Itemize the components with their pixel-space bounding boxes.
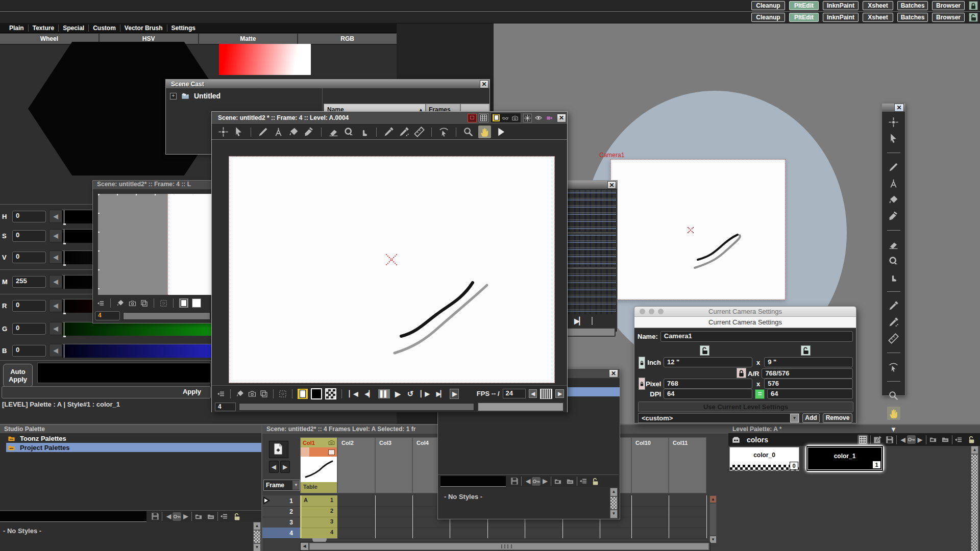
save-as-icon[interactable] [873, 435, 882, 444]
palette-lock-icon[interactable] [232, 512, 241, 521]
blank-view-toggle[interactable] [311, 388, 322, 399]
room-button-batches[interactable]: Batches [897, 1, 928, 10]
r-value-field[interactable]: 0 [12, 300, 46, 312]
palette-lock-icon[interactable] [591, 477, 600, 486]
define-subcamera-icon[interactable] [116, 299, 125, 307]
window-close-circle[interactable] [640, 309, 645, 314]
paintbrush-tool-icon[interactable] [888, 211, 899, 221]
control-point-tool-icon[interactable] [438, 127, 449, 137]
s-decrement-button[interactable]: ◀ [49, 229, 62, 242]
safe-area-icon[interactable] [468, 114, 477, 122]
cell-a2[interactable]: 2 [302, 506, 337, 517]
remove-preset-button[interactable]: Remove [823, 413, 852, 423]
style-name-field[interactable] [0, 511, 146, 522]
menu-icon[interactable] [217, 390, 225, 398]
selection-tool-icon[interactable] [233, 127, 244, 137]
secondary-viewer-workarea[interactable] [98, 194, 211, 295]
swatch-color1-selected[interactable]: color_1 1 [805, 445, 884, 472]
geometric-tool-icon[interactable] [273, 127, 284, 137]
preset-dropdown[interactable]: <custom> ▼ [638, 413, 799, 423]
save-icon[interactable] [885, 435, 894, 444]
room-button-browser[interactable]: Browser [932, 1, 965, 10]
col1-visibility-cell[interactable] [309, 447, 337, 457]
checker-view-toggle[interactable] [325, 388, 336, 399]
last-frame-button[interactable]: ▶▏ [434, 389, 447, 398]
col11-header[interactable]: Col11 [669, 437, 706, 493]
room2-button-cleanup[interactable]: Cleanup [751, 13, 785, 22]
col1-header[interactable]: Col1 Table [300, 437, 337, 493]
lock-ar-icon[interactable] [737, 368, 746, 378]
v-value-field[interactable]: 0 [12, 252, 46, 263]
pixel-width-field[interactable]: 768 [664, 379, 752, 389]
control-point-tool-icon[interactable] [888, 362, 899, 372]
console-text-area[interactable] [565, 190, 616, 232]
xsheet-hscrollbar[interactable]: ◀ [300, 542, 710, 551]
save-palette-icon[interactable] [510, 477, 519, 486]
room-button-xsheet[interactable]: Xsheet [863, 1, 893, 10]
new-style-icon[interactable] [206, 513, 215, 520]
console-slider[interactable] [566, 328, 616, 337]
inch-height-field[interactable]: 9 " [764, 357, 853, 367]
camstand-canvas[interactable] [610, 159, 786, 300]
b-value-field[interactable]: 0 [12, 345, 46, 357]
3d-view-icon[interactable] [501, 115, 509, 121]
freeze-icon[interactable] [523, 114, 532, 122]
brush-tool-icon[interactable] [888, 162, 899, 172]
v-decrement-button[interactable]: ◀ [49, 251, 62, 264]
floating-palette-scrollbar[interactable]: ▲ ▼ [610, 488, 618, 517]
window-zoom-circle[interactable] [658, 309, 664, 314]
hscroll-left-arrow[interactable]: ◀ [301, 543, 308, 550]
tree-item-project-palettes[interactable]: Project Palettes [6, 443, 261, 452]
secondary-viewer-titlebar[interactable]: Scene: untitled2* :: Frame: 4 :: L [93, 181, 212, 189]
preview-eye-icon[interactable] [534, 114, 543, 121]
lock-width-icon[interactable] [700, 345, 709, 356]
new-style-icon[interactable] [566, 478, 575, 485]
selection-tool-icon[interactable] [888, 133, 899, 144]
room-button-inknpaint[interactable]: InknPaint [823, 1, 859, 10]
field-grid-icon[interactable] [479, 113, 488, 122]
new-style-icon[interactable] [941, 436, 950, 443]
dpi-equal-button[interactable]: = [755, 389, 765, 399]
define-subcamera-icon[interactable] [236, 389, 244, 398]
fps-slider-left[interactable]: ◀ [529, 389, 537, 398]
s-value-field[interactable]: 0 [12, 230, 46, 242]
room2-button-inknpaint[interactable]: InknPaint [823, 13, 859, 22]
camstand-view-toggle[interactable] [179, 298, 188, 308]
dpi-x-field[interactable]: 64 [664, 389, 752, 399]
zoom-tool-icon[interactable] [888, 390, 899, 401]
inch-width-field[interactable]: 12 " [664, 357, 752, 367]
xsheet-vscrollbar[interactable]: ▲ ▼ [709, 495, 717, 551]
col1-camera-icon[interactable] [328, 439, 335, 446]
new-page-icon[interactable] [553, 478, 562, 485]
main-viewer-titlebar[interactable]: Scene: untitled2 * :: Frame: 4 :: Level:… [212, 112, 567, 124]
mode-rgb[interactable]: RGB [298, 34, 397, 45]
frame-range-slider[interactable] [239, 403, 474, 411]
hscroll-thumb[interactable] [309, 543, 709, 550]
next-key-icon[interactable]: ▶ [181, 512, 189, 521]
more-tools-icon[interactable]: ▼ [890, 425, 897, 433]
col3-header[interactable]: Col3 [375, 437, 412, 493]
tab-colors[interactable]: colors [747, 436, 768, 444]
next-key-icon[interactable]: ▶ [541, 477, 549, 486]
h-decrement-button[interactable]: ◀ [49, 210, 62, 223]
console-text-area2[interactable] [565, 234, 616, 267]
animate-tool-icon[interactable] [218, 127, 229, 137]
eraser-tool-icon[interactable] [888, 239, 899, 250]
frame-row-2[interactable]: 2 [262, 506, 300, 517]
view-mode-icon[interactable] [579, 477, 587, 485]
subcamera-preview-icon[interactable] [545, 114, 554, 121]
close-icon[interactable]: ✕ [609, 369, 618, 378]
layers-icon[interactable] [140, 299, 148, 307]
close-icon[interactable]: ✕ [607, 181, 616, 189]
col2-header[interactable]: Col2 [337, 437, 375, 493]
fill-tool-icon[interactable] [288, 127, 299, 137]
prev-frame-button[interactable]: ◀ [269, 461, 279, 473]
scene-cast-titlebar[interactable]: Scene Cast ✕ [166, 80, 489, 88]
lock-rooms-icon2[interactable] [969, 13, 978, 22]
ar-field[interactable]: 768/576 [762, 368, 853, 379]
fps-slider-handle[interactable] [540, 389, 552, 399]
field-guide-icon[interactable] [279, 390, 287, 398]
col1-thumbnail[interactable] [301, 457, 337, 482]
camera-view-icon[interactable] [128, 299, 137, 307]
ruler-tool-icon[interactable] [414, 127, 425, 137]
